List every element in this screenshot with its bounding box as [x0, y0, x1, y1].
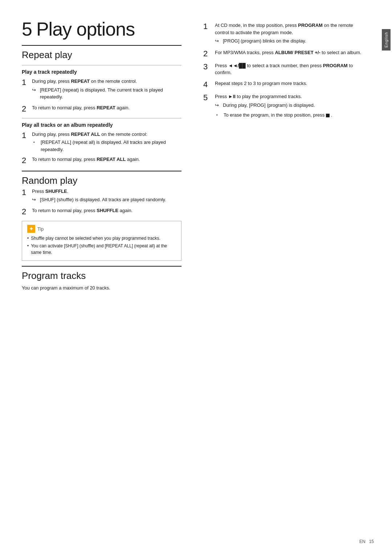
right-item-5-arrow-text: During play, [PROG] (program) is display…: [223, 102, 315, 109]
tip-bullet-symbol-2: •: [27, 243, 29, 256]
repeat-track-item-2: 2 To return to normal play, press REPEAT…: [22, 104, 181, 114]
right-item-1: 1 At CD mode, in the stop position, pres…: [203, 22, 364, 45]
right-item-number-4: 4: [203, 80, 215, 89]
tip-content: • Shuffle play cannot be selected when y…: [27, 235, 176, 256]
right-item-number-5: 5: [203, 93, 215, 102]
item-number-repeat-all-1: 1: [22, 131, 32, 140]
footer: EN 15: [359, 539, 374, 544]
program-tracks-title: Program tracks: [22, 270, 181, 281]
random-play-title: Random play: [22, 175, 181, 186]
title-divider: [22, 45, 181, 46]
repeat-track-item-1: 1 During play, press REPEAT on the remot…: [22, 78, 181, 101]
repeat-all-item-1: 1 During play, press REPEAT ALL on the r…: [22, 131, 181, 153]
repeat-all-bullet-text: [REPEAT ALL] (repeat all) is displayed. …: [41, 139, 181, 153]
item-number-2: 2: [22, 104, 32, 114]
title-text: Play options: [36, 19, 135, 40]
tip-icon: ✦: [27, 225, 35, 233]
bullet-icon: •: [33, 139, 38, 145]
page-title: 5Play options: [22, 18, 181, 40]
repeat-all-bullet: • [REPEAT ALL] (repeat all) is displayed…: [32, 139, 181, 153]
right-item-number-3: 3: [203, 62, 215, 72]
right-item-number-2: 2: [203, 49, 215, 58]
program-tracks-intro: You can program a maximum of 20 tracks.: [22, 284, 181, 292]
right-item-5-bullet-text: To erase the program, in the stop positi…: [224, 112, 332, 119]
tip-box: ✦ Tip • Shuffle play cannot be selected …: [22, 221, 181, 261]
shuffle-item-2: 2 To return to normal play, press SHUFFL…: [22, 207, 181, 216]
right-bullet-icon-5: •: [216, 112, 221, 118]
right-item-1-arrow: ↪ [PROG] (program) blinks on the display…: [215, 37, 364, 45]
side-tab: English: [382, 0, 392, 555]
arrow-icon: ↪: [32, 86, 38, 94]
section2-divider: [22, 171, 181, 171]
repeat-track-arrow-text: [REPEAT] (repeat) is displayed. The curr…: [40, 86, 181, 101]
footer-page: 15: [369, 539, 374, 544]
repeat-track-item-1-content: During play, press REPEAT on the remote …: [32, 78, 181, 101]
right-item-5-content: Press ►II to play the programmed tracks.…: [215, 93, 364, 119]
right-arrow-icon-5: ↪: [215, 102, 221, 109]
arrow-icon-2: ↪: [32, 196, 38, 203]
shuffle-item-1: 1 Press SHUFFLE. ↪ [SHUF] (shuffle) is d…: [22, 188, 181, 204]
repeat-all-item-2: 2 To return to normal play, press REPEAT…: [22, 156, 181, 165]
section3-divider: [22, 266, 181, 267]
right-item-number-1: 1: [203, 22, 215, 31]
item-number-shuffle-2: 2: [22, 207, 32, 216]
stop-icon: [326, 114, 330, 117]
shuffle-item-1-content: Press SHUFFLE. ↪ [SHUF] (shuffle) is dis…: [32, 188, 181, 204]
track-repeatedly-title: Play a track repeatedly: [22, 69, 181, 75]
right-item-5: 5 Press ►II to play the programmed track…: [203, 93, 364, 119]
chapter-number: 5: [22, 19, 32, 40]
repeat-all-item-2-content: To return to normal play, press REPEAT A…: [32, 156, 181, 163]
right-item-1-arrow-text: [PROG] (program) blinks on the display.: [223, 37, 306, 45]
shuffle-arrow-text: [SHUF] (shuffle) is displayed. All track…: [40, 196, 166, 203]
tip-header: ✦ Tip: [27, 225, 176, 233]
right-item-3-content: Press ◄◄/██ to select a track number, th…: [215, 62, 364, 76]
repeat-all-item-1-content: During play, press REPEAT ALL on the rem…: [32, 131, 181, 153]
right-item-5-bullet: • To erase the program, in the stop posi…: [215, 112, 364, 119]
item-number-1: 1: [22, 78, 32, 87]
right-item-2-content: For MP3/WMA tracks, press ALBUM/ PRESET …: [215, 49, 364, 56]
right-item-4: 4 Repeat steps 2 to 3 to program more tr…: [203, 80, 364, 89]
item-number-shuffle-1: 1: [22, 188, 32, 197]
repeat-track-item-1-arrow: ↪ [REPEAT] (repeat) is displayed. The cu…: [32, 86, 181, 101]
right-item-2: 2 For MP3/WMA tracks, press ALBUM/ PRESE…: [203, 49, 364, 58]
shuffle-item-2-content: To return to normal play, press SHUFFLE …: [32, 207, 181, 214]
page-container: 5Play options Repeat play Play a track r…: [0, 0, 392, 555]
left-column: 5Play options Repeat play Play a track r…: [22, 18, 196, 537]
tip-label: Tip: [37, 226, 44, 232]
repeat-track-item-2-content: To return to normal play, press REPEAT a…: [32, 104, 181, 112]
shuffle-arrow: ↪ [SHUF] (shuffle) is displayed. All tra…: [32, 196, 181, 203]
content-area: 5Play options Repeat play Play a track r…: [0, 0, 382, 555]
repeat-play-divider: [22, 65, 181, 65]
tip-bullet-text-1: Shuffle play cannot be selected when you…: [31, 235, 160, 242]
tip-bullet-text-2: You can activate [SHUF] (shuffle) and [R…: [31, 243, 176, 256]
sub-divider-1: [22, 118, 181, 118]
item-number-repeat-all-2: 2: [22, 156, 32, 165]
right-column: 1 At CD mode, in the stop position, pres…: [196, 18, 364, 537]
right-item-3: 3 Press ◄◄/██ to select a track number, …: [203, 62, 364, 76]
tip-bullet-2: • You can activate [SHUF] (shuffle) and …: [27, 243, 176, 256]
all-tracks-title: Play all tracks or an album repeatedly: [22, 122, 181, 128]
repeat-play-title: Repeat play: [22, 49, 181, 61]
right-item-4-content: Repeat steps 2 to 3 to program more trac…: [215, 80, 364, 87]
tip-bullet-symbol-1: •: [27, 235, 29, 242]
right-item-1-content: At CD mode, in the stop position, press …: [215, 22, 364, 45]
tip-bullet-1: • Shuffle play cannot be selected when y…: [27, 235, 176, 242]
right-item-5-arrow: ↪ During play, [PROG] (program) is displ…: [215, 102, 364, 109]
side-tab-label: English: [382, 29, 391, 50]
footer-lang: EN: [359, 539, 366, 544]
right-arrow-icon-1: ↪: [215, 37, 221, 45]
